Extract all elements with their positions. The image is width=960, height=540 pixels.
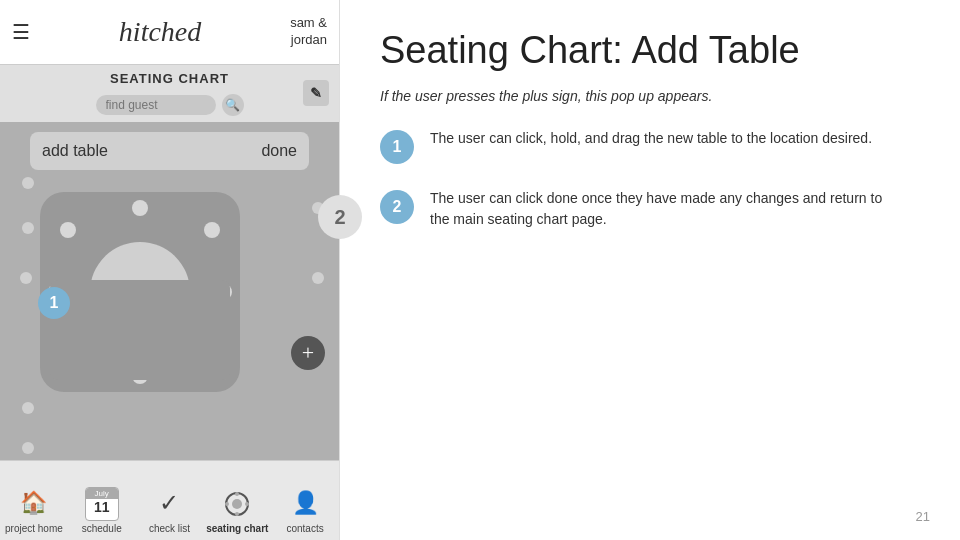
nav-item-checklist[interactable]: ✓ check list [136,461,204,540]
svg-point-1 [232,499,242,509]
nav-label-schedule: schedule [82,523,122,534]
add-table-button[interactable]: add table [42,142,108,160]
contacts-icon: 👤 [287,485,323,521]
nav-item-schedule[interactable]: July 11 schedule [68,461,136,540]
scatter-dot-5 [22,442,34,454]
phone-header: ☰ hitched sam & jordan [0,0,339,65]
search-icon: 🔍 [225,98,240,113]
nav-label-checklist: check list [149,523,190,534]
instruction-text-2: The user can click done once they have m… [430,188,890,230]
scatter-dot-2 [22,222,34,234]
find-guest-input[interactable] [96,95,216,115]
section-header: SEATING CHART ✎ [0,65,339,90]
seating-chart-icon [220,487,254,521]
svg-point-4 [225,502,229,506]
menu-icon[interactable]: ☰ [12,20,30,44]
svg-point-3 [235,512,239,516]
check-icon: ✓ [151,485,187,521]
nav-item-seating-chart[interactable]: seating chart [203,461,271,540]
find-guest-bar: 🔍 [0,90,339,122]
cal-month: July [86,488,118,499]
search-icon-button[interactable]: 🔍 [222,94,244,116]
instruction-item-2: 2 The user can click done once they have… [380,188,920,230]
seat-top [132,200,148,216]
edit-icon-button[interactable]: ✎ [303,80,329,106]
section-title: SEATING CHART [110,71,229,86]
done-button[interactable]: done [261,142,297,160]
content-area: 2 Seating Chart: Add Table If the user p… [340,0,960,540]
nav-label-seating-chart: seating chart [206,523,268,534]
plus-button[interactable]: + [291,336,325,370]
page-number: 21 [916,509,930,524]
instructions-list: 1 The user can click, hold, and drag the… [380,128,920,230]
seat-top-right [204,222,220,238]
bottom-nav: 🏠 project home July 11 schedule ✓ check … [0,460,339,540]
app-title: hitched [119,16,201,48]
nav-item-project-home[interactable]: 🏠 project home [0,461,68,540]
svg-point-2 [235,492,239,496]
home-icon: 🏠 [16,485,52,521]
page-title: Seating Chart: Add Table [380,30,920,72]
instruction-bubble-2: 2 [380,190,414,224]
scatter-dot-4 [22,402,34,414]
scatter-dot-3 [22,177,34,189]
user-name: sam & jordan [290,15,327,49]
svg-point-5 [245,502,249,506]
large-annotation-bubble: 2 [318,195,362,239]
phone-mockup: ☰ hitched sam & jordan SEATING CHART ✎ 🔍… [0,0,340,540]
annotation-1-bubble: 1 [38,287,70,319]
instruction-bubble-1: 1 [380,130,414,164]
nav-label-project-home: project home [5,523,63,534]
cal-day: 11 [94,499,110,515]
instruction-text-1: The user can click, hold, and drag the n… [430,128,872,149]
nav-label-contacts: contacts [286,523,323,534]
floor-bottom [50,280,230,380]
scatter-dot-6 [312,272,324,284]
instruction-item-1: 1 The user can click, hold, and drag the… [380,128,920,164]
scatter-dot-1 [20,272,32,284]
nav-item-contacts[interactable]: 👤 contacts [271,461,339,540]
canvas-area: add table done 1 [0,122,339,460]
add-table-popup: add table done [30,132,309,170]
seat-top-left [60,222,76,238]
subtitle: If the user presses the plus sign, this … [380,88,920,104]
edit-icon: ✎ [310,85,323,101]
calendar-icon: July 11 [85,487,119,521]
